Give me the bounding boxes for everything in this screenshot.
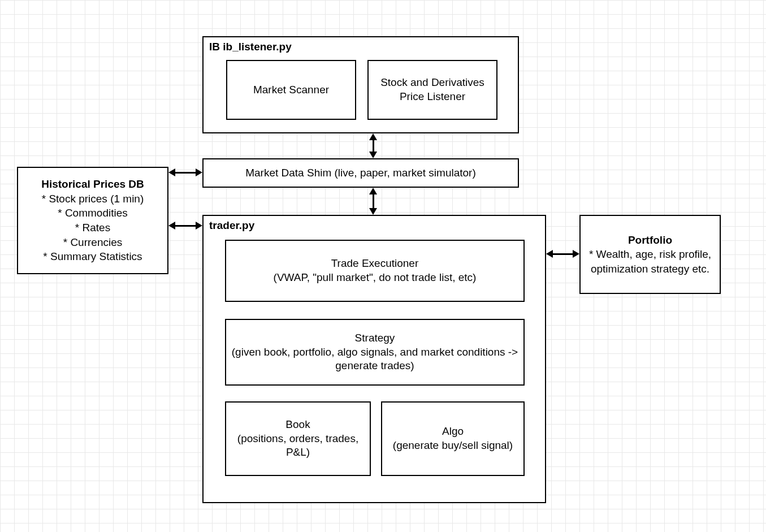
market-data-shim-label: Market Data Shim (live, paper, market si…	[245, 166, 476, 180]
algo-title: Algo	[442, 425, 464, 439]
trade-executioner-title: Trade Executioner	[331, 257, 419, 271]
algo-box[interactable]: Algo (generate buy/sell signal)	[381, 401, 525, 476]
portfolio-box[interactable]: Portfolio * Wealth, age, risk profile, o…	[579, 215, 721, 294]
arrow-db-trader	[175, 225, 196, 227]
book-title: Book	[285, 418, 310, 432]
arrow-shim-trader	[373, 193, 374, 208]
historical-db-box[interactable]: Historical Prices DB * Stock prices (1 m…	[17, 167, 168, 274]
algo-body: (generate buy/sell signal)	[393, 439, 513, 453]
trader-box[interactable]: trader.py Trade Executioner (VWAP, "pull…	[202, 215, 546, 503]
arrow-trader-portfolio-left	[546, 250, 553, 258]
book-box[interactable]: Book (positions, orders, trades, P&L)	[225, 401, 371, 476]
trade-executioner-body: (VWAP, "pull market", do not trade list,…	[274, 271, 477, 285]
arrow-db-trader-left	[168, 222, 175, 230]
arrow-ib-shim	[373, 139, 374, 153]
strategy-body: (given book, portfolio, algo signals, an…	[230, 345, 520, 373]
arrow-ib-shim-up	[369, 133, 377, 140]
historical-db-title: Historical Prices DB	[24, 177, 162, 192]
arrow-shim-trader-down	[369, 208, 377, 215]
historical-db-item-1: * Commodities	[24, 206, 162, 220]
historical-db-item-0: * Stock prices (1 min)	[24, 192, 162, 206]
historical-db-item-2: * Rates	[24, 220, 162, 235]
book-body: (positions, orders, trades, P&L)	[230, 432, 366, 460]
market-scanner-label: Market Scanner	[253, 83, 329, 97]
portfolio-body: * Wealth, age, risk profile, optimizatio…	[586, 247, 714, 276]
price-listener-box[interactable]: Stock and Derivatives Price Listener	[367, 60, 497, 120]
ib-listener-title: IB ib_listener.py	[204, 37, 518, 55]
arrow-db-shim	[175, 172, 196, 174]
price-listener-label: Stock and Derivatives Price Listener	[372, 76, 493, 103]
historical-db-item-3: * Currencies	[24, 235, 162, 250]
strategy-box[interactable]: Strategy (given book, portfolio, algo si…	[225, 319, 525, 386]
portfolio-title: Portfolio	[586, 233, 714, 248]
arrow-shim-trader-up	[369, 188, 377, 194]
historical-db-item-4: * Summary Statistics	[24, 249, 162, 264]
arrow-trader-portfolio-right	[573, 250, 579, 258]
ib-listener-box[interactable]: IB ib_listener.py Market Scanner Stock a…	[202, 36, 519, 133]
arrow-trader-portfolio	[553, 253, 573, 255]
arrow-db-shim-left	[168, 168, 175, 176]
trader-title: trader.py	[204, 216, 545, 234]
strategy-title: Strategy	[355, 331, 395, 345]
trade-executioner-box[interactable]: Trade Executioner (VWAP, "pull market", …	[225, 240, 525, 302]
market-scanner-box[interactable]: Market Scanner	[226, 60, 356, 120]
arrow-ib-shim-down	[369, 152, 377, 158]
arrow-db-trader-right	[196, 222, 202, 230]
market-data-shim-box[interactable]: Market Data Shim (live, paper, market si…	[202, 158, 519, 188]
arrow-db-shim-right	[196, 168, 202, 176]
